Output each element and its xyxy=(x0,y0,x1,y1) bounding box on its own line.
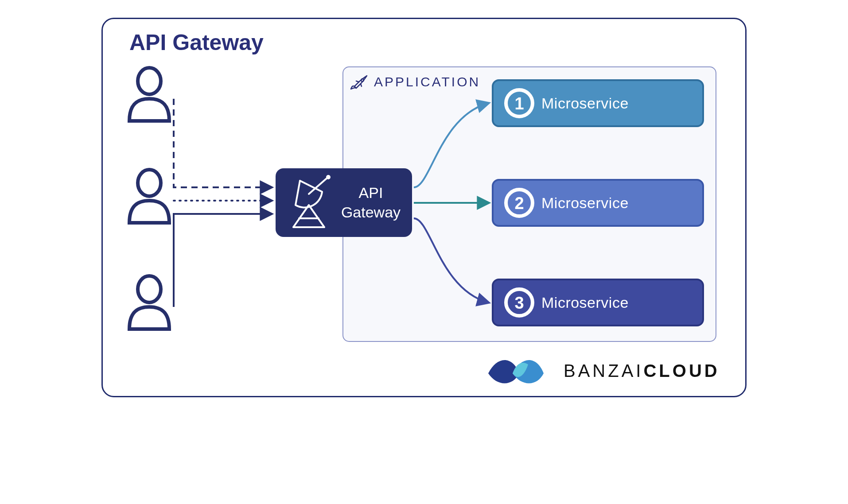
user-icon-2 xyxy=(129,170,169,223)
svg-point-5 xyxy=(327,176,330,178)
brand-logo-icon xyxy=(488,360,544,384)
svg-point-1 xyxy=(138,68,161,94)
ms2-number: 2 xyxy=(514,194,524,213)
gateway-label-line1: API xyxy=(359,184,383,201)
diagram-title: API Gateway xyxy=(129,30,264,55)
diagram-frame: API Gateway APPLICATION xyxy=(101,18,747,397)
diagram-svg: API Gateway APPLICATION xyxy=(103,19,748,399)
microservice-3: 3 Microservice xyxy=(493,279,703,326)
ms1-label: Microservice xyxy=(541,95,629,112)
arrow-user3-gateway xyxy=(174,214,271,307)
ms3-label: Microservice xyxy=(541,294,629,311)
microservice-1: 1 Microservice xyxy=(493,80,703,126)
ms3-number: 3 xyxy=(514,294,524,312)
microservice-2: 2 Microservice xyxy=(493,180,703,226)
brand-text: BANZAICLOUD xyxy=(564,361,720,380)
gateway-label-line2: Gateway xyxy=(341,204,401,221)
arrow-user1-gateway xyxy=(174,99,271,187)
user-icon-1 xyxy=(129,68,169,121)
user-icon-3 xyxy=(129,276,169,329)
ms1-number: 1 xyxy=(514,94,524,113)
svg-point-3 xyxy=(138,276,161,302)
application-label: APPLICATION xyxy=(374,74,480,89)
svg-point-2 xyxy=(138,170,161,196)
ms2-label: Microservice xyxy=(541,194,629,211)
